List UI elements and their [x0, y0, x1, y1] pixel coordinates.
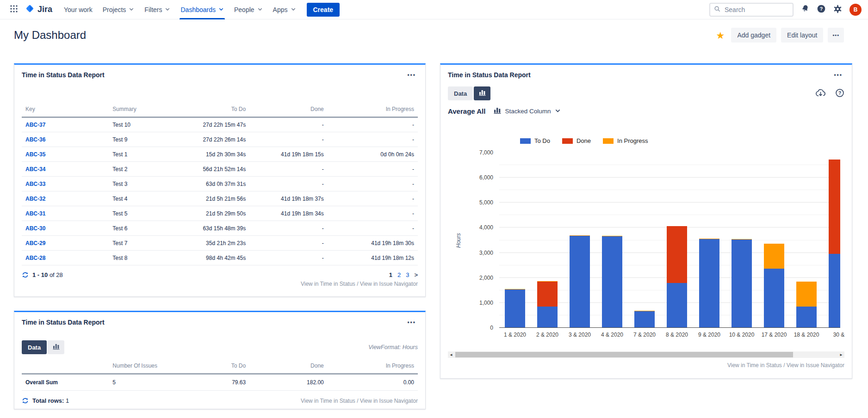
issue-time-cell: 56d 21h 52m 14s	[192, 162, 249, 177]
page-number-1[interactable]: 1	[389, 271, 392, 278]
summary-table-header-row: Number Of Issues To Do Done In Progress	[22, 360, 418, 374]
user-avatar[interactable]: B	[849, 4, 862, 16]
nav-item-apps[interactable]: Apps	[268, 0, 301, 19]
bar-segment-done[interactable]	[829, 160, 840, 254]
chevron-down-icon	[291, 6, 296, 13]
refresh-button[interactable]	[22, 271, 29, 278]
view-in-links[interactable]: View in Time in Status / View in Issue N…	[301, 398, 418, 404]
refresh-button[interactable]	[22, 397, 29, 404]
column-header-inprogress: In Progress	[328, 360, 418, 374]
gadget-more-button[interactable]: •••	[405, 71, 418, 79]
x-tick-label: 1 & 2020	[504, 332, 526, 338]
x-tick-label: 7 & 2020	[633, 332, 656, 338]
data-tab[interactable]: Data	[22, 340, 47, 354]
app-switcher-button[interactable]	[6, 2, 21, 17]
page-number-3[interactable]: 3	[406, 271, 409, 278]
top-navbar: Jira Your work Projects Filters Dashboar…	[0, 0, 868, 19]
page-number-2[interactable]: 2	[397, 271, 401, 278]
jira-brand[interactable]: Jira	[25, 4, 52, 16]
bar-segment-to-do[interactable]	[829, 254, 840, 327]
legend-swatch	[603, 138, 614, 144]
issue-key-link[interactable]: ABC-35	[25, 151, 45, 158]
issue-time-cell: 41d 19h 18m 37s	[249, 191, 328, 206]
chart-legend: To DoDoneIn Progress	[520, 137, 648, 144]
nav-item-filters[interactable]: Filters	[139, 0, 175, 19]
bar-segment-to-do[interactable]	[505, 289, 525, 327]
issue-key-link[interactable]: ABC-34	[25, 166, 45, 172]
app-grid-icon	[9, 4, 19, 15]
download-button[interactable]	[815, 88, 826, 99]
issue-key-link[interactable]: ABC-28	[25, 255, 45, 261]
bar-segment-done[interactable]	[537, 282, 558, 307]
bar-segment-done[interactable]	[667, 226, 687, 283]
issue-key-link[interactable]: ABC-31	[25, 210, 45, 217]
issues-table-header-row: Key Summary To Do Done In Progress	[22, 103, 418, 117]
nav-item-dashboards[interactable]: Dashboards	[175, 0, 229, 19]
bar-1 & 2020	[505, 289, 525, 327]
add-gadget-button[interactable]: Add gadget	[731, 28, 776, 43]
issue-key-cell: ABC-30	[22, 221, 109, 236]
edit-layout-button[interactable]: Edit layout	[781, 28, 823, 43]
nav-item-your-work[interactable]: Your work	[59, 0, 98, 19]
view-in-links[interactable]: View in Time in Status / View in Issue N…	[14, 278, 425, 287]
bar-segment-in-progress[interactable]	[764, 244, 784, 269]
bar-segment-to-do[interactable]	[699, 239, 719, 327]
view-in-links[interactable]: View in Time in Status / View in Issue N…	[440, 358, 852, 369]
scroll-right-arrow[interactable]: ►	[838, 351, 844, 358]
settings-button[interactable]	[833, 4, 843, 15]
bar-segment-to-do[interactable]	[570, 236, 590, 327]
bar-segment-to-do[interactable]	[634, 311, 655, 327]
data-tab[interactable]: Data	[448, 86, 473, 100]
issue-time-cell: -	[328, 162, 418, 177]
issue-key-link[interactable]: ABC-29	[25, 240, 45, 246]
bar-segment-to-do[interactable]	[764, 269, 784, 327]
bar-segment-to-do[interactable]	[732, 240, 752, 327]
search-box[interactable]	[709, 3, 794, 17]
issue-key-link[interactable]: ABC-32	[25, 196, 45, 202]
next-page-button[interactable]: >	[414, 271, 418, 278]
favorite-star-icon[interactable]: ★	[714, 31, 727, 40]
column-header-number-of-issues: Number Of Issues	[109, 360, 192, 374]
issue-key-link[interactable]: ABC-33	[25, 181, 45, 187]
search-input[interactable]	[724, 6, 789, 14]
issue-time-cell: 0d 0h 0m 24s	[328, 147, 418, 162]
notifications-button[interactable]	[800, 4, 810, 15]
gadget-help-button[interactable]: ?	[835, 88, 844, 99]
bar-segment-to-do[interactable]	[602, 236, 622, 327]
page-title: My Dashboard	[14, 29, 86, 42]
scroll-left-arrow[interactable]: ◄	[448, 351, 454, 358]
nav-item-projects[interactable]: Projects	[98, 0, 140, 19]
nav-item-people[interactable]: People	[229, 0, 268, 19]
chart-tab[interactable]	[48, 340, 64, 354]
page-header: My Dashboard ★ Add gadget Edit layout ••…	[14, 28, 844, 43]
help-button[interactable]: ?	[817, 4, 826, 15]
issue-time-cell: 41d 19h 18m 34s	[249, 206, 328, 221]
issue-key-link[interactable]: ABC-37	[25, 122, 45, 128]
issue-key-cell: ABC-37	[22, 117, 109, 132]
scrollbar-thumb[interactable]	[455, 352, 793, 357]
create-button[interactable]: Create	[307, 3, 340, 17]
chevron-down-icon	[165, 6, 170, 13]
chart-tab[interactable]	[474, 86, 490, 100]
issue-time-cell: 63d 0h 37m 31s	[192, 177, 249, 191]
issue-key-link[interactable]: ABC-30	[25, 225, 45, 232]
issue-time-cell: -	[249, 221, 328, 236]
gadget-more-button[interactable]: •••	[832, 71, 844, 79]
chart-type-dropdown[interactable]: Stacked Column	[491, 107, 563, 116]
gear-icon	[833, 4, 843, 15]
todo-sum-value: 79.63	[192, 374, 249, 391]
issue-time-cell: 27d 22h 26m 14s	[192, 132, 249, 147]
stacked-column-chart: To DoDoneIn Progress Hours 01,0002,0003,…	[448, 116, 844, 338]
bar-segment-to-do[interactable]	[667, 283, 687, 327]
bar-segment-to-do[interactable]	[796, 307, 817, 327]
bar-segment-to-do[interactable]	[537, 307, 558, 327]
x-tick-label: 10 & 2020	[729, 332, 755, 338]
dashboard-more-button[interactable]: •••	[828, 28, 844, 43]
scrollbar-track[interactable]	[454, 351, 838, 358]
issue-row: ABC-34Test 256d 21h 52m 14s--	[22, 162, 418, 177]
issue-time-cell: -	[328, 132, 418, 147]
bar-segment-in-progress[interactable]	[796, 282, 817, 307]
issue-key-link[interactable]: ABC-36	[25, 136, 45, 143]
gadget-more-button[interactable]: •••	[405, 318, 418, 326]
y-tick-label: 6,000	[448, 174, 493, 181]
